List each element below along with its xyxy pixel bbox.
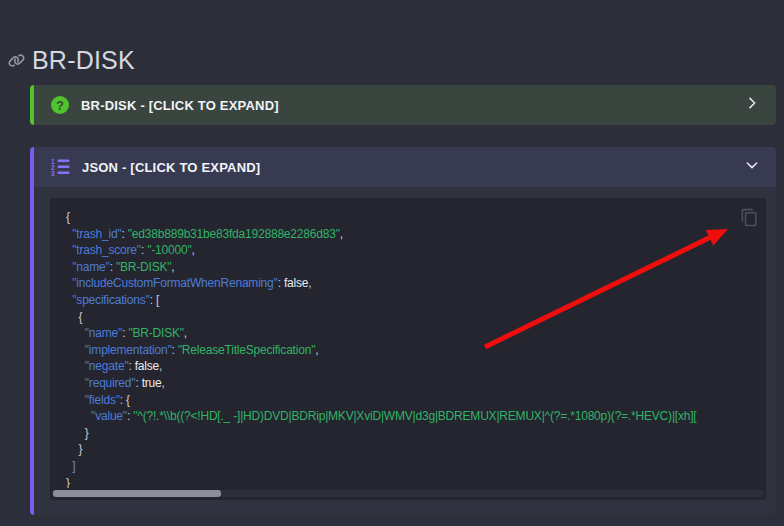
- code-line: "includeCustomFormatWhenRenaming": false…: [66, 275, 750, 292]
- code-line: "trash_id": "ed38b889b31be83fda192888e22…: [66, 226, 750, 243]
- code-line: }: [66, 475, 750, 489]
- question-admonition-header[interactable]: ? BR-DISK - [CLICK TO EXPAND]: [34, 85, 776, 125]
- question-admonition-title: BR-DISK - [CLICK TO EXPAND]: [81, 98, 732, 113]
- question-icon: ?: [51, 96, 69, 114]
- code-line: }: [66, 425, 750, 442]
- scrollbar-thumb[interactable]: [53, 490, 221, 497]
- json-code-block: { "trash_id": "ed38b889b31be83fda192888e…: [50, 198, 766, 500]
- code-line: {: [66, 309, 750, 326]
- code-line: "negate": false,: [66, 358, 750, 375]
- code-line: "trash_score": "-10000",: [66, 242, 750, 259]
- code-line: {: [66, 209, 750, 226]
- question-admonition: ? BR-DISK - [CLICK TO EXPAND]: [30, 85, 776, 125]
- json-admonition-title: JSON - [CLICK TO EXPAND]: [82, 160, 732, 175]
- json-admonition: 1 2 3 JSON - [CLICK TO EXPAND] { "trash_…: [30, 147, 776, 515]
- json-admonition-header[interactable]: 1 2 3 JSON - [CLICK TO EXPAND]: [34, 147, 776, 187]
- code-line: "value": "^(?!.*\\b((?<!HD[._ -]|HD)DVD|…: [66, 408, 750, 425]
- svg-text:3: 3: [51, 170, 55, 177]
- code-line: "name": "BR-DISK",: [66, 259, 750, 276]
- code-line: "implementation": "ReleaseTitleSpecifica…: [66, 342, 750, 359]
- link-icon-glyph: [8, 52, 25, 69]
- chevron-down-icon: [744, 157, 760, 177]
- code-line: "specifications": [: [66, 292, 750, 309]
- link-icon[interactable]: [8, 52, 25, 69]
- code-content: { "trash_id": "ed38b889b31be83fda192888e…: [66, 209, 750, 488]
- code-line: }: [66, 441, 750, 458]
- code-line: "fields": {: [66, 392, 750, 409]
- ordered-list-icon: 1 2 3: [51, 158, 70, 177]
- horizontal-scrollbar[interactable]: [52, 490, 764, 497]
- page-title: BR-DISK: [8, 45, 135, 77]
- page-title-text: BR-DISK: [32, 46, 135, 75]
- code-line: "required": true,: [66, 375, 750, 392]
- chevron-right-icon: [744, 95, 760, 115]
- code-line: "name": "BR-DISK",: [66, 325, 750, 342]
- code-line: ]: [66, 458, 750, 475]
